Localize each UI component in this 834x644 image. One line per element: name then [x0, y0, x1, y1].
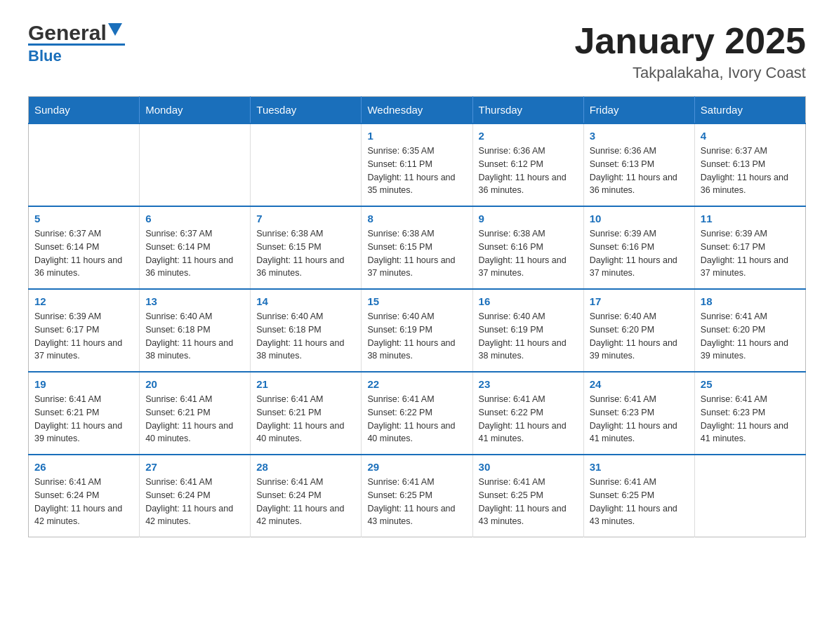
calendar-cell: 21Sunrise: 6:41 AM Sunset: 6:21 PM Dayli…	[251, 372, 362, 455]
calendar-week-row: 19Sunrise: 6:41 AM Sunset: 6:21 PM Dayli…	[29, 372, 806, 455]
day-info: Sunrise: 6:41 AM Sunset: 6:21 PM Dayligh…	[34, 393, 133, 445]
calendar-cell	[140, 123, 251, 206]
day-number: 1	[367, 130, 466, 142]
calendar-cell: 30Sunrise: 6:41 AM Sunset: 6:25 PM Dayli…	[472, 455, 583, 537]
day-number: 7	[256, 213, 355, 224]
calendar-cell: 11Sunrise: 6:39 AM Sunset: 6:17 PM Dayli…	[694, 206, 805, 289]
day-header-thursday: Thursday	[472, 97, 583, 124]
day-info: Sunrise: 6:41 AM Sunset: 6:23 PM Dayligh…	[590, 393, 689, 445]
day-info: Sunrise: 6:39 AM Sunset: 6:17 PM Dayligh…	[34, 310, 133, 363]
calendar-cell: 31Sunrise: 6:41 AM Sunset: 6:25 PM Dayli…	[583, 455, 694, 537]
page-header: General Blue January 2025 Takpalakaha, I…	[28, 21, 806, 82]
day-number: 12	[34, 295, 133, 307]
day-info: Sunrise: 6:37 AM Sunset: 6:14 PM Dayligh…	[34, 227, 133, 280]
day-header-wednesday: Wednesday	[362, 97, 472, 124]
day-info: Sunrise: 6:39 AM Sunset: 6:16 PM Dayligh…	[590, 227, 689, 280]
day-header-friday: Friday	[583, 97, 694, 124]
calendar-cell: 5Sunrise: 6:37 AM Sunset: 6:14 PM Daylig…	[29, 206, 140, 289]
calendar-week-row: 5Sunrise: 6:37 AM Sunset: 6:14 PM Daylig…	[29, 206, 806, 289]
calendar-cell: 16Sunrise: 6:40 AM Sunset: 6:19 PM Dayli…	[472, 289, 583, 372]
day-info: Sunrise: 6:41 AM Sunset: 6:23 PM Dayligh…	[701, 393, 800, 445]
day-info: Sunrise: 6:41 AM Sunset: 6:25 PM Dayligh…	[367, 476, 466, 528]
calendar-cell: 14Sunrise: 6:40 AM Sunset: 6:18 PM Dayli…	[251, 289, 362, 372]
calendar-week-row: 1Sunrise: 6:35 AM Sunset: 6:11 PM Daylig…	[29, 123, 806, 206]
day-info: Sunrise: 6:41 AM Sunset: 6:24 PM Dayligh…	[256, 476, 355, 528]
day-number: 31	[590, 461, 689, 473]
calendar-cell: 25Sunrise: 6:41 AM Sunset: 6:23 PM Dayli…	[694, 372, 805, 455]
calendar-cell: 7Sunrise: 6:38 AM Sunset: 6:15 PM Daylig…	[251, 206, 362, 289]
day-info: Sunrise: 6:35 AM Sunset: 6:11 PM Dayligh…	[367, 145, 466, 197]
day-number: 29	[367, 461, 466, 473]
day-number: 9	[479, 213, 578, 224]
day-info: Sunrise: 6:41 AM Sunset: 6:21 PM Dayligh…	[256, 393, 355, 445]
calendar-cell	[694, 455, 805, 537]
day-info: Sunrise: 6:40 AM Sunset: 6:20 PM Dayligh…	[590, 310, 689, 363]
calendar-cell: 3Sunrise: 6:36 AM Sunset: 6:13 PM Daylig…	[583, 123, 694, 206]
month-title: January 2025	[574, 21, 806, 61]
calendar-week-row: 12Sunrise: 6:39 AM Sunset: 6:17 PM Dayli…	[29, 289, 806, 372]
day-number: 19	[34, 378, 133, 390]
calendar-cell	[251, 123, 362, 206]
calendar-cell: 23Sunrise: 6:41 AM Sunset: 6:22 PM Dayli…	[472, 372, 583, 455]
calendar-cell: 20Sunrise: 6:41 AM Sunset: 6:21 PM Dayli…	[140, 372, 251, 455]
day-number: 20	[145, 378, 244, 390]
calendar-week-row: 26Sunrise: 6:41 AM Sunset: 6:24 PM Dayli…	[29, 455, 806, 537]
day-info: Sunrise: 6:36 AM Sunset: 6:12 PM Dayligh…	[479, 145, 578, 197]
day-number: 10	[590, 213, 689, 224]
calendar-cell: 15Sunrise: 6:40 AM Sunset: 6:19 PM Dayli…	[362, 289, 472, 372]
day-number: 17	[590, 295, 689, 307]
day-number: 21	[256, 378, 355, 390]
day-number: 6	[145, 213, 244, 224]
calendar-cell: 8Sunrise: 6:38 AM Sunset: 6:15 PM Daylig…	[362, 206, 472, 289]
day-number: 14	[256, 295, 355, 307]
svg-marker-0	[108, 23, 122, 36]
day-info: Sunrise: 6:41 AM Sunset: 6:22 PM Dayligh…	[367, 393, 466, 445]
calendar-cell: 1Sunrise: 6:35 AM Sunset: 6:11 PM Daylig…	[362, 123, 472, 206]
logo-triangle-icon	[108, 23, 125, 40]
calendar-cell: 9Sunrise: 6:38 AM Sunset: 6:16 PM Daylig…	[472, 206, 583, 289]
day-header-monday: Monday	[140, 97, 251, 124]
calendar-cell: 4Sunrise: 6:37 AM Sunset: 6:13 PM Daylig…	[694, 123, 805, 206]
calendar-cell: 22Sunrise: 6:41 AM Sunset: 6:22 PM Dayli…	[362, 372, 472, 455]
logo-blue-text: Blue	[28, 47, 62, 65]
logo-general-text: General	[28, 21, 107, 45]
day-header-tuesday: Tuesday	[251, 97, 362, 124]
calendar-header-row: SundayMondayTuesdayWednesdayThursdayFrid…	[29, 97, 806, 124]
day-number: 13	[145, 295, 244, 307]
day-number: 18	[701, 295, 800, 307]
calendar-cell: 26Sunrise: 6:41 AM Sunset: 6:24 PM Dayli…	[29, 455, 140, 537]
location-title: Takpalakaha, Ivory Coast	[574, 64, 806, 82]
calendar-cell: 19Sunrise: 6:41 AM Sunset: 6:21 PM Dayli…	[29, 372, 140, 455]
day-number: 27	[145, 461, 244, 473]
day-info: Sunrise: 6:36 AM Sunset: 6:13 PM Dayligh…	[590, 145, 689, 197]
calendar-cell: 12Sunrise: 6:39 AM Sunset: 6:17 PM Dayli…	[29, 289, 140, 372]
day-info: Sunrise: 6:41 AM Sunset: 6:25 PM Dayligh…	[590, 476, 689, 528]
calendar-cell: 18Sunrise: 6:41 AM Sunset: 6:20 PM Dayli…	[694, 289, 805, 372]
day-info: Sunrise: 6:40 AM Sunset: 6:19 PM Dayligh…	[367, 310, 466, 363]
day-number: 25	[701, 378, 800, 390]
title-section: January 2025 Takpalakaha, Ivory Coast	[574, 21, 806, 82]
calendar-cell: 17Sunrise: 6:40 AM Sunset: 6:20 PM Dayli…	[583, 289, 694, 372]
calendar-cell	[29, 123, 140, 206]
logo: General Blue	[28, 21, 125, 65]
day-info: Sunrise: 6:41 AM Sunset: 6:20 PM Dayligh…	[701, 310, 800, 363]
day-info: Sunrise: 6:38 AM Sunset: 6:15 PM Dayligh…	[256, 227, 355, 280]
calendar-cell: 2Sunrise: 6:36 AM Sunset: 6:12 PM Daylig…	[472, 123, 583, 206]
day-number: 26	[34, 461, 133, 473]
day-info: Sunrise: 6:38 AM Sunset: 6:16 PM Dayligh…	[479, 227, 578, 280]
day-number: 2	[479, 130, 578, 142]
day-number: 8	[367, 213, 466, 224]
day-number: 28	[256, 461, 355, 473]
calendar-cell: 24Sunrise: 6:41 AM Sunset: 6:23 PM Dayli…	[583, 372, 694, 455]
day-number: 3	[590, 130, 689, 142]
calendar-cell: 27Sunrise: 6:41 AM Sunset: 6:24 PM Dayli…	[140, 455, 251, 537]
calendar-cell: 10Sunrise: 6:39 AM Sunset: 6:16 PM Dayli…	[583, 206, 694, 289]
day-number: 16	[479, 295, 578, 307]
calendar-cell: 28Sunrise: 6:41 AM Sunset: 6:24 PM Dayli…	[251, 455, 362, 537]
day-number: 30	[479, 461, 578, 473]
day-info: Sunrise: 6:38 AM Sunset: 6:15 PM Dayligh…	[367, 227, 466, 280]
day-info: Sunrise: 6:37 AM Sunset: 6:14 PM Dayligh…	[145, 227, 244, 280]
day-header-sunday: Sunday	[29, 97, 140, 124]
calendar-cell: 6Sunrise: 6:37 AM Sunset: 6:14 PM Daylig…	[140, 206, 251, 289]
day-info: Sunrise: 6:37 AM Sunset: 6:13 PM Dayligh…	[701, 145, 800, 197]
